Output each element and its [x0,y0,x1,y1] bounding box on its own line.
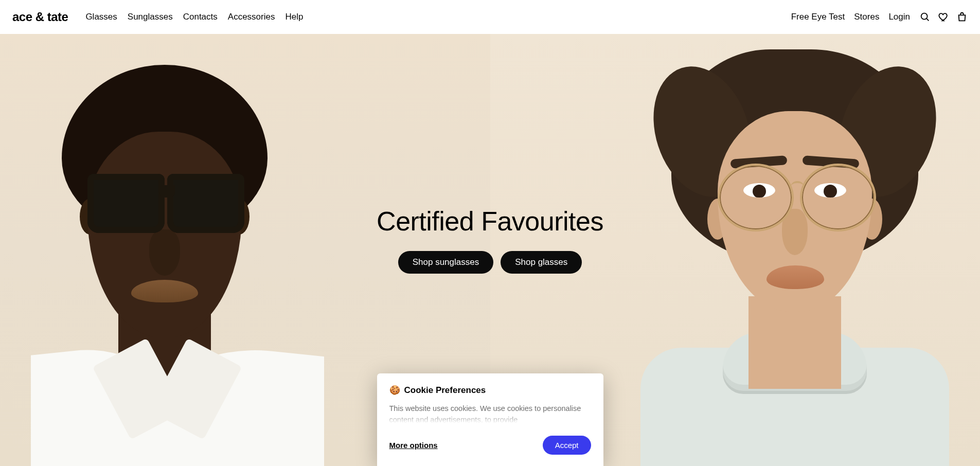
cookie-more-options-link[interactable]: More options [389,441,438,450]
cookie-title-text: Cookie Preferences [404,385,486,396]
cookie-banner: 🍪 Cookie Preferences This website uses c… [377,373,603,466]
cookie-body-text: This website uses cookies. We use cookie… [389,403,591,423]
cookie-accept-button[interactable]: Accept [543,436,591,455]
shop-glasses-button[interactable]: Shop glasses [501,251,582,274]
cookie-actions: More options Accept [389,436,591,455]
hero-title: Certified Favourites [377,206,603,237]
cookie-title: 🍪 Cookie Preferences [389,385,591,396]
cta-row: Shop sunglasses Shop glasses [398,251,582,274]
shop-sunglasses-button[interactable]: Shop sunglasses [398,251,493,274]
cookie-emoji-icon: 🍪 [389,385,400,396]
